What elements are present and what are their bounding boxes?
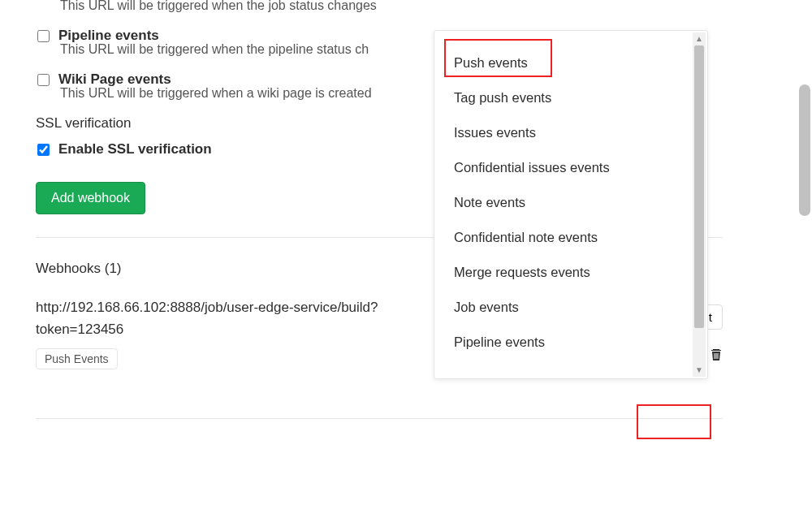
dropdown-item-confidential-note-events[interactable]: Confidential note events bbox=[434, 220, 707, 255]
dropdown-item-confidential-issues-events[interactable]: Confidential issues events bbox=[434, 150, 707, 185]
dropdown-item-pipeline-events[interactable]: Pipeline events bbox=[434, 325, 707, 360]
dropdown-item-job-events[interactable]: Job events bbox=[434, 290, 707, 325]
pipeline-events-label: Pipeline events bbox=[58, 28, 159, 44]
add-webhook-button[interactable]: Add webhook bbox=[36, 182, 145, 214]
scroll-down-icon: ▼ bbox=[695, 366, 703, 374]
window-scrollbar-thumb[interactable] bbox=[799, 84, 810, 216]
pipeline-events-checkbox[interactable] bbox=[37, 30, 50, 42]
scroll-thumb[interactable] bbox=[694, 45, 704, 328]
trash-icon bbox=[710, 347, 723, 361]
dropdown-item-note-events[interactable]: Note events bbox=[434, 185, 707, 220]
dropdown-item-issues-events[interactable]: Issues events bbox=[434, 115, 707, 150]
divider-bottom bbox=[36, 418, 723, 419]
wiki-events-checkbox[interactable] bbox=[37, 74, 50, 86]
delete-button[interactable] bbox=[710, 347, 723, 361]
dropdown-item-tag-push-events[interactable]: Tag push events bbox=[434, 80, 707, 115]
test-dropdown-menu: Push events Tag push events Issues event… bbox=[434, 30, 708, 379]
webhook-event-badge: Push Events bbox=[36, 348, 118, 369]
dropdown-scrollbar[interactable]: ▲ ▼ bbox=[693, 32, 706, 377]
ssl-enable-label: Enable SSL verification bbox=[58, 141, 212, 158]
wiki-events-label: Wiki Page events bbox=[58, 71, 171, 88]
webhook-url: http://192.168.66.102:8888/job/user-edge… bbox=[36, 296, 385, 340]
scroll-up-icon: ▲ bbox=[695, 35, 703, 43]
ssl-checkbox[interactable] bbox=[37, 144, 50, 156]
job-events-hint: This URL will be triggered when the job … bbox=[36, 0, 723, 13]
dropdown-item-merge-requests-events[interactable]: Merge requests events bbox=[434, 255, 707, 290]
dropdown-item-push-events[interactable]: Push events bbox=[434, 45, 707, 80]
